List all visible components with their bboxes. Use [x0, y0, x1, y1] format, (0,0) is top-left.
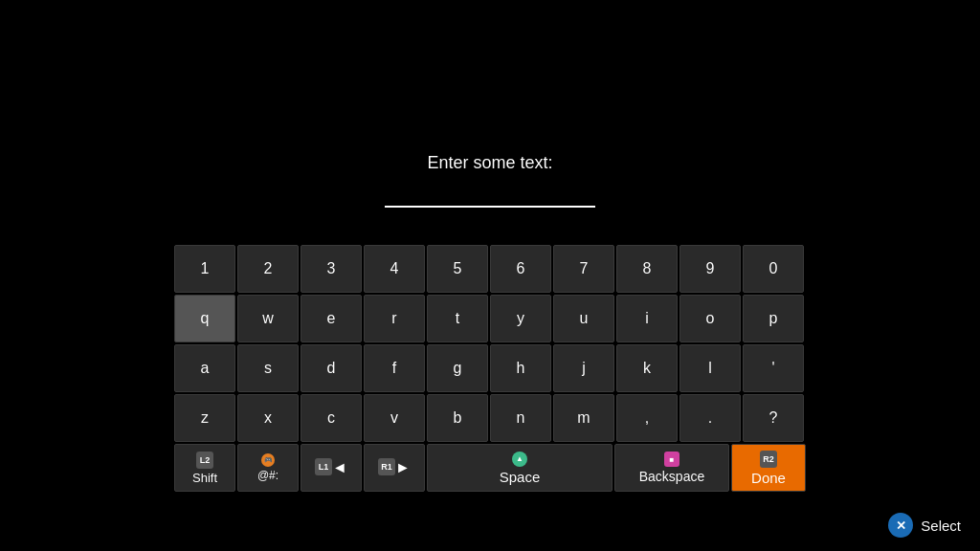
key-o[interactable]: o: [679, 295, 741, 342]
key-v[interactable]: v: [364, 394, 425, 442]
key-4[interactable]: 4: [364, 245, 425, 293]
key-t[interactable]: t: [427, 295, 488, 342]
symbols-label: @#:: [257, 469, 278, 482]
key-b[interactable]: b: [427, 394, 488, 442]
bottom-row: L2 Shift 🎮 @#: L1 ◄ R1 ► ▲ Space ■ Bac: [174, 444, 806, 492]
key-u[interactable]: u: [553, 295, 614, 342]
key-y[interactable]: y: [490, 295, 551, 342]
key-d[interactable]: d: [301, 344, 362, 392]
keyboard: 1 2 3 4 5 6 7 8 9 0 q w e r t y u i o p …: [174, 245, 806, 494]
r1-badge: R1: [378, 458, 395, 475]
key-f[interactable]: f: [364, 344, 425, 392]
number-row: 1 2 3 4 5 6 7 8 9 0: [174, 245, 806, 293]
shift-key[interactable]: L2 Shift: [174, 444, 235, 492]
text-prompt-area: Enter some text:: [346, 153, 634, 208]
key-k[interactable]: k: [616, 344, 678, 392]
l1-badge: L1: [315, 458, 332, 475]
space-label: Space: [500, 469, 541, 485]
key-a[interactable]: a: [174, 344, 235, 392]
prompt-label: Enter some text:: [346, 153, 634, 173]
key-r[interactable]: r: [364, 295, 425, 342]
zxcv-row: z x c v b n m , . ?: [174, 394, 806, 442]
symbols-key[interactable]: 🎮 @#:: [237, 444, 299, 492]
key-e[interactable]: e: [301, 295, 362, 342]
key-8[interactable]: 8: [616, 245, 678, 293]
done-key[interactable]: R2 Done: [731, 444, 806, 492]
key-3[interactable]: 3: [301, 245, 362, 293]
key-s[interactable]: s: [237, 344, 299, 392]
key-6[interactable]: 6: [490, 245, 551, 293]
backspace-key[interactable]: ■ Backspace: [614, 444, 729, 492]
qwerty-row: q w e r t y u i o p: [174, 295, 806, 342]
text-input[interactable]: [385, 181, 595, 208]
space-key[interactable]: ▲ Space: [427, 444, 612, 492]
key-q[interactable]: q: [174, 295, 235, 342]
l2-badge: L2: [196, 452, 213, 469]
key-0[interactable]: 0: [743, 245, 804, 293]
select-label: Select: [921, 518, 961, 534]
key-g[interactable]: g: [427, 344, 488, 392]
key-w[interactable]: w: [237, 295, 299, 342]
key-i[interactable]: i: [616, 295, 678, 342]
key-question[interactable]: ?: [743, 394, 804, 442]
key-j[interactable]: j: [553, 344, 614, 392]
key-apostrophe[interactable]: ': [743, 344, 804, 392]
key-z[interactable]: z: [174, 394, 235, 442]
r2-badge: R2: [760, 451, 777, 468]
x-button-icon: ✕: [888, 513, 913, 538]
key-x[interactable]: x: [237, 394, 299, 442]
key-p[interactable]: p: [743, 295, 804, 342]
select-hint: ✕ Select: [888, 513, 961, 538]
key-5[interactable]: 5: [427, 245, 488, 293]
left-arrow-key[interactable]: L1 ◄: [301, 444, 362, 492]
right-arrow-key[interactable]: R1 ►: [364, 444, 425, 492]
key-comma[interactable]: ,: [616, 394, 678, 442]
key-7[interactable]: 7: [553, 245, 614, 293]
done-label: Done: [751, 470, 786, 486]
right-arrow-label: ►: [395, 459, 411, 476]
key-9[interactable]: 9: [679, 245, 741, 293]
shift-label: Shift: [192, 471, 217, 485]
left-arrow-label: ◄: [332, 459, 347, 476]
key-c[interactable]: c: [301, 394, 362, 442]
key-h[interactable]: h: [490, 344, 551, 392]
key-period[interactable]: .: [679, 394, 741, 442]
backspace-label: Backspace: [639, 469, 704, 484]
asdf-row: a s d f g h j k l ': [174, 344, 806, 392]
key-n[interactable]: n: [490, 394, 551, 442]
key-2[interactable]: 2: [237, 245, 299, 293]
key-m[interactable]: m: [553, 394, 614, 442]
key-1[interactable]: 1: [174, 245, 235, 293]
key-l[interactable]: l: [679, 344, 741, 392]
